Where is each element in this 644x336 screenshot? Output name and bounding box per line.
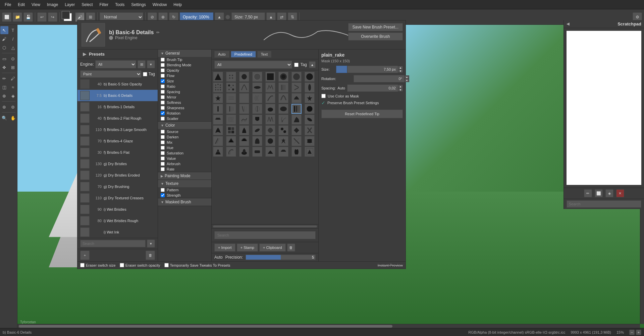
tip-cell-14[interactable] [291,82,302,92]
fill-tool[interactable]: ⬡ [0,44,8,52]
preset-item-4[interactable]: 110 f) Bristles-3 Large Smooth [77,124,158,135]
tab-auto[interactable]: Auto [214,51,229,58]
zoom-tool[interactable]: 🔍 [0,114,8,122]
size-up-btn[interactable]: ▲ [398,66,403,69]
preset-item-0[interactable]: 40 b) Basic-5 Size Opacity [77,78,158,90]
h-scrollbar[interactable] [17,324,640,328]
spacing-up-btn[interactable]: ▲ [398,85,403,88]
open-btn[interactable]: 📁 [13,12,22,22]
tip-cell-35[interactable] [252,115,262,125]
tip-cell-31[interactable] [305,104,315,114]
size-down-btn[interactable]: ▼ [398,69,403,73]
temp-save-checkbox[interactable] [164,263,169,267]
setting-pattern[interactable]: Pattern [158,187,211,193]
cb-spacing[interactable] [161,90,165,94]
spacing-down-btn[interactable]: ▼ [398,88,403,91]
presets-arrow[interactable]: ▶ [83,52,86,57]
tip-cell-56[interactable] [213,147,223,157]
tip-cell-43[interactable] [252,125,262,135]
preset-item-1[interactable]: 7.5 b) Basic-6 Details [77,90,158,101]
rotation-up-btn[interactable]: ▲ [405,75,409,79]
cb-darken[interactable] [161,135,165,139]
tip-cell-63[interactable] [305,147,315,157]
tag-checkbox[interactable] [143,72,147,76]
tip-cell-18[interactable] [239,93,249,103]
tip-cell-15[interactable] [305,82,315,92]
preset-item-10[interactable]: 110 g) Dry Textured Creases [77,192,158,204]
eraser-size-checkbox[interactable] [80,263,85,267]
tip-cell-45[interactable] [278,125,288,135]
cb-size[interactable] [161,79,165,83]
tip-cell-40[interactable] [213,125,223,135]
tip-cell-24[interactable] [213,104,223,114]
tip-cell-48[interactable] [213,136,223,146]
scratchpad-pen-btn[interactable]: ✏ [584,189,592,197]
poly-tool[interactable]: △ [9,44,17,52]
setting-flow[interactable]: Flow [158,73,211,78]
menu-view[interactable]: View [28,0,44,9]
cb-blending[interactable] [161,63,165,67]
setting-softness[interactable]: Softness [158,100,211,105]
tip-cell-17[interactable] [226,93,236,103]
delete-tip-btn[interactable]: 🗑 [287,244,295,252]
tab-predefined[interactable]: Predefined [231,51,256,58]
preset-item-7[interactable]: 130 g) Dry Bristles [77,158,158,170]
tip-cell-52[interactable] [265,136,275,146]
menu-image[interactable]: Image [44,0,61,9]
tip-cell-0[interactable] [213,72,223,82]
cb-value[interactable] [161,156,165,160]
setting-spacing[interactable]: Spacing [158,89,211,94]
eraser-tool[interactable]: ◫ [0,83,8,91]
tip-cell-9[interactable] [226,82,236,92]
rotation-down-btn[interactable]: ▼ [405,79,409,82]
cb-scatter[interactable] [161,117,165,121]
spacing-prop-value[interactable] [347,84,398,92]
tip-cell-12[interactable] [265,82,275,92]
setting-opacity[interactable]: Opacity [158,68,211,73]
preset-item-8[interactable]: 120 g) Dry Bristles Eroded [77,170,158,181]
cb-mirror[interactable] [161,95,165,99]
tip-cell-39[interactable] [305,115,315,125]
tip-cell-62[interactable] [291,147,302,157]
menu-layer[interactable]: Layer [61,0,78,9]
tip-cell-3[interactable] [252,72,262,82]
tip-cell-16[interactable] [213,93,223,103]
preset-item-6[interactable]: 30 f) Bristles-5 Flat [77,147,158,158]
rotation-spinner[interactable]: ▲ ▼ [405,75,409,82]
undo-btn[interactable]: ↩ [37,12,47,22]
line-tool[interactable]: / [9,35,17,43]
preset-item-13[interactable]: i) Wet Ink [77,226,158,238]
color-section-header[interactable]: ▼ Color [158,122,211,129]
zoom-out-btn[interactable]: − [629,330,635,335]
masked-brush-header[interactable]: ▼ Masked Brush [158,198,211,206]
tip-cell-38[interactable] [291,115,302,125]
setting-blending[interactable]: Blending Mode [158,62,211,68]
save-new-preset-btn[interactable]: Save New Brush Preset... [348,23,403,31]
redo-btn[interactable]: ↪ [48,12,57,22]
tip-cell-47[interactable] [305,125,315,135]
tip-cell-20[interactable] [265,93,275,103]
tip-cell-37[interactable] [278,115,288,125]
cb-saturation[interactable] [161,151,165,155]
tip-cell-13[interactable] [278,82,288,92]
paint-tool[interactable]: 🖌 [0,35,8,43]
rotation-prop-value[interactable] [354,75,405,82]
setting-rate[interactable]: Rate [158,166,211,172]
cb-opacity[interactable] [161,68,165,72]
cb-pattern[interactable] [161,188,165,192]
tip-cell-1[interactable] [226,72,236,82]
tip-cell-32[interactable] [213,115,223,125]
setting-ratio[interactable]: Ratio [158,84,211,89]
tip-cell-23[interactable] [305,93,315,103]
cb-mix[interactable] [161,140,165,144]
tip-cell-30-selected[interactable] [291,104,302,114]
setting-value[interactable]: Value [158,156,211,161]
preset-search-input[interactable] [80,240,146,247]
scratchpad-collapse-icon[interactable]: ◀ [567,22,569,26]
setting-hue[interactable]: Hue [158,145,211,150]
cb-airbrush[interactable] [161,162,165,166]
tip-cell-42[interactable] [239,125,249,135]
setting-source[interactable]: Source [158,129,211,134]
pencil-tool[interactable]: ✏ [0,74,8,82]
size-color-swatch[interactable] [336,66,347,73]
